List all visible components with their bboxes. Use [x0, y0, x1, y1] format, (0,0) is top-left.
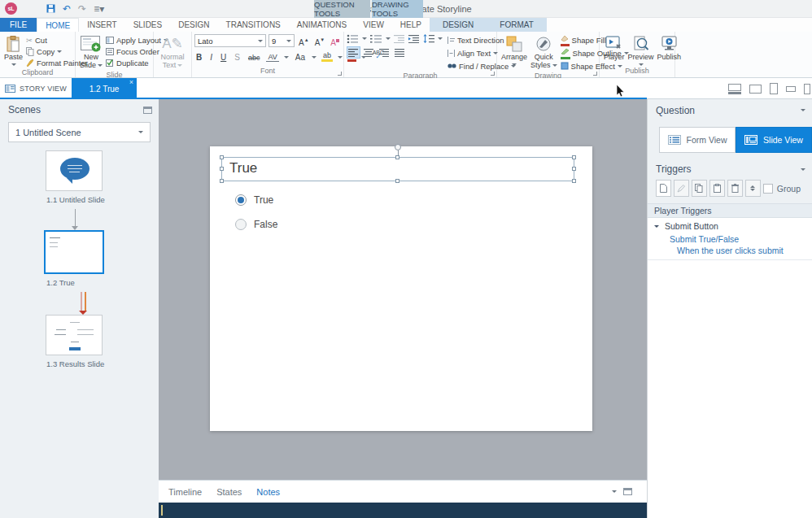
resize-handle-ne[interactable]	[572, 155, 576, 159]
bullet-list-icon[interactable]	[347, 34, 359, 43]
publish-button[interactable]: Publish	[656, 34, 683, 67]
reorder-trigger-buttons[interactable]	[745, 180, 761, 197]
character-spacing-button[interactable]: AV	[266, 50, 278, 62]
slide-thumbnail-1-2[interactable]	[44, 230, 104, 274]
phone-portrait-icon[interactable]	[804, 84, 810, 94]
change-case-button[interactable]: Aa	[294, 50, 307, 62]
numbered-list-icon[interactable]	[370, 34, 382, 43]
line-spacing-icon[interactable]	[423, 34, 434, 43]
question-title-text[interactable]: True	[229, 160, 257, 176]
align-right-button[interactable]	[378, 46, 391, 59]
normal-text-button[interactable]: A✎ Normal Text	[159, 34, 186, 71]
font-dialog-launcher[interactable]	[338, 72, 342, 76]
close-tab-icon[interactable]: ×	[129, 78, 133, 87]
slide-thumbnail-1-3[interactable]	[46, 315, 103, 355]
trigger-condition-link[interactable]: When the user clicks submit	[648, 245, 812, 260]
collapse-bottom-panel-icon[interactable]	[623, 488, 632, 495]
edit-trigger-button[interactable]	[674, 180, 689, 197]
new-trigger-button[interactable]	[656, 180, 671, 197]
radio-unselected-icon[interactable]	[235, 219, 247, 230]
font-family-select[interactable]: Lato	[194, 34, 266, 47]
shrink-font-button[interactable]: A▼	[313, 35, 327, 47]
align-center-button[interactable]	[362, 46, 376, 59]
answer-option-false[interactable]: False	[235, 219, 277, 230]
text-highlight-button[interactable]: ab	[321, 50, 333, 62]
resize-handle-s[interactable]	[395, 179, 399, 183]
tab-states[interactable]: States	[216, 487, 242, 497]
tablet-landscape-icon[interactable]	[749, 85, 762, 94]
tab-view[interactable]: VIEW	[355, 18, 392, 32]
new-slide-button[interactable]: New Slide	[78, 34, 104, 71]
panel-options-dropdown-icon[interactable]	[612, 490, 617, 493]
resize-handle-n[interactable]	[395, 155, 399, 159]
trigger-submit-link[interactable]: Submit True/False	[648, 233, 812, 245]
resize-handle-w[interactable]	[220, 167, 224, 171]
increase-indent-icon[interactable]	[408, 34, 420, 43]
slide-view-button[interactable]: Slide View	[736, 127, 812, 153]
resize-handle-se[interactable]	[572, 179, 576, 183]
arrange-button[interactable]: Arrange	[500, 34, 529, 72]
tab-transitions[interactable]: TRANSITIONS	[218, 18, 289, 32]
italic-button[interactable]: I	[208, 50, 214, 62]
drawing-dialog-launcher[interactable]	[593, 72, 597, 76]
slide-canvas[interactable]: True True False	[159, 99, 647, 480]
paste-button[interactable]: Paste	[2, 34, 24, 68]
quick-styles-button[interactable]: Quick Styles	[529, 34, 559, 72]
tab-design[interactable]: DESIGN	[170, 18, 217, 32]
slide-thumbnail-1-1[interactable]	[46, 150, 103, 191]
qat-dropdown-icon[interactable]: ≡▾	[94, 4, 104, 14]
tab-drawing-format[interactable]: FORMAT	[487, 18, 546, 32]
tab-help[interactable]: HELP	[392, 18, 430, 32]
group-checkbox[interactable]	[763, 184, 773, 194]
resize-handle-e[interactable]	[572, 167, 576, 171]
tab-insert[interactable]: INSERT	[79, 18, 125, 32]
answer-option-true[interactable]: True	[235, 194, 273, 206]
decrease-indent-icon[interactable]	[394, 34, 405, 43]
grow-font-button[interactable]: A▲	[297, 35, 311, 47]
tab-file[interactable]: FILE	[0, 18, 37, 32]
bold-button[interactable]: B	[194, 50, 203, 62]
notes-editor[interactable]	[159, 503, 647, 518]
story-view-tab[interactable]: STORY VIEW	[0, 78, 72, 99]
tablet-portrait-icon[interactable]	[770, 83, 778, 94]
player-button[interactable]: Player	[602, 34, 626, 67]
submit-button-group-row[interactable]: Submit Button	[648, 218, 812, 233]
tab-animations[interactable]: ANIMATIONS	[289, 18, 355, 32]
form-view-button[interactable]: Form View	[659, 127, 736, 153]
question-collapse-icon[interactable]	[801, 109, 805, 111]
justify-button[interactable]	[393, 46, 407, 59]
scene-select[interactable]: 1 Untitled Scene	[8, 122, 151, 142]
tab-question-design[interactable]: DESIGN	[430, 18, 487, 32]
redo-icon[interactable]: ↷	[78, 4, 86, 14]
tab-timeline[interactable]: Timeline	[168, 487, 202, 497]
tab-home[interactable]: HOME	[37, 18, 79, 32]
triggers-collapse-icon[interactable]	[801, 168, 805, 171]
tab-notes[interactable]: Notes	[256, 487, 280, 497]
slide-tab-1-2-true[interactable]: 1.2 True ×	[72, 78, 137, 99]
submit-collapse-icon[interactable]	[654, 225, 659, 228]
paragraph-dialog-launcher[interactable]	[491, 72, 495, 76]
phone-landscape-icon[interactable]	[786, 86, 796, 92]
title-textbox-selection[interactable]	[221, 157, 574, 181]
collapse-panel-icon[interactable]	[143, 107, 152, 114]
delete-trigger-button[interactable]	[727, 180, 743, 197]
preview-button[interactable]: Preview	[626, 34, 656, 67]
radio-selected-icon[interactable]	[235, 194, 247, 206]
desktop-preview-icon[interactable]	[728, 84, 741, 94]
rotation-handle[interactable]	[395, 144, 401, 150]
align-left-button[interactable]	[347, 46, 360, 59]
font-size-select[interactable]: 9	[268, 34, 295, 47]
scenes-panel: Scenes 1 Untitled Scene 1.1 Untitled Sli…	[0, 99, 159, 518]
resize-handle-sw[interactable]	[220, 179, 224, 183]
underline-button[interactable]: U	[219, 50, 228, 62]
copy-trigger-button[interactable]	[692, 180, 707, 197]
resize-handle-nw[interactable]	[220, 155, 224, 159]
strikethrough-button[interactable]: abc	[247, 50, 262, 62]
shadow-button[interactable]: S	[233, 50, 242, 62]
save-icon[interactable]	[46, 4, 55, 13]
slide-stage[interactable]: True True False	[210, 146, 592, 431]
tab-slides[interactable]: SLIDES	[125, 18, 171, 32]
undo-icon[interactable]: ↶	[63, 4, 71, 14]
clear-formatting-button[interactable]: A	[329, 35, 341, 47]
paste-trigger-button[interactable]	[709, 180, 725, 197]
